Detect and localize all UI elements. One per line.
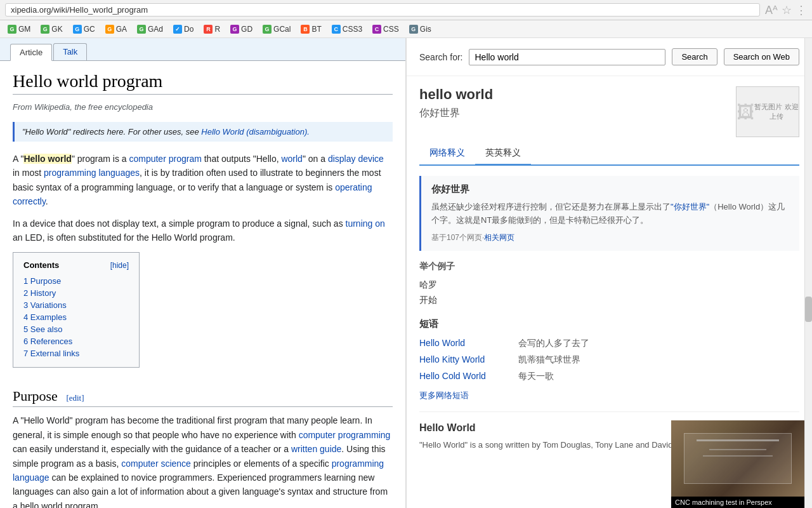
phrase-row-3: Hello Cold World 每天一歌 [419, 368, 799, 385]
link-computer-program[interactable]: computer program [129, 154, 201, 164]
more-phrases-link[interactable]: 更多网络短语 [419, 390, 799, 401]
phrase-link-hello-cold-world[interactable]: Hello Cold World [419, 371, 508, 381]
bookmark-do[interactable]: ✓ Do [171, 23, 196, 35]
phrase-row-2: Hello Kitty World 凯蒂猫气球世界 [419, 352, 799, 368]
toc-item-external[interactable]: 7 External links [23, 347, 129, 359]
toc-item-examples[interactable]: 4 Examples [23, 311, 129, 323]
example-item-2: 开始 [419, 293, 799, 308]
link-turning-on[interactable]: turning on [346, 218, 385, 229]
browser-bar: xipedia.org/wiki/Hello_world_program Aᴬ … [0, 0, 812, 20]
bookmark-css-icon: C [372, 25, 381, 34]
bookmark-gcal-icon: G [263, 25, 272, 34]
wiki-content: Hello world program From Wikipedia, the … [0, 61, 405, 508]
hello-world-highlight: Hello world [23, 154, 71, 164]
bookmark-ga-icon: G [105, 25, 114, 34]
bottom-image [671, 420, 804, 497]
image-icon: 🖼 [737, 102, 754, 123]
bottom-image-container: CNC machining test in Perspex [671, 420, 804, 508]
bookmark-css3[interactable]: C CSS3 [329, 23, 365, 35]
toc-item-seealso[interactable]: 5 See also [23, 323, 129, 335]
search-button[interactable]: Search [672, 48, 717, 65]
scrollbar-track[interactable] [804, 38, 812, 508]
bookmark-bt-icon: B [301, 25, 310, 34]
phrase-link-hello-world[interactable]: Hello World [419, 338, 508, 348]
scrollbar-thumb[interactable] [805, 297, 812, 322]
wiki-from: From Wikipedia, the free encyclopedia [13, 102, 393, 112]
bookmark-css[interactable]: C CSS [370, 23, 402, 35]
wiki-tabs: Article Talk [0, 38, 405, 61]
search-image-area: 🖼 暂无图片 欢迎上传 [726, 86, 799, 142]
link-display-device[interactable]: display device [328, 154, 384, 164]
bookmark-gd-icon: G [230, 25, 239, 34]
nihao-shijie-link[interactable]: "你好世界" [671, 202, 709, 211]
bookmark-gcal[interactable]: G GCal [260, 23, 293, 35]
bookmark-ga[interactable]: G GA [103, 23, 129, 35]
bookmark-gm-icon: G [8, 25, 16, 34]
search-panel: Search for: Search Search on Web 🖼 暂无图片 … [406, 38, 812, 508]
search-image-placeholder: 🖼 暂无图片 欢迎上传 [736, 86, 799, 137]
bookmark-gk[interactable]: G GK [38, 23, 65, 35]
phrase-row-1: Hello World 会写的人多了去了 [419, 335, 799, 352]
definition-source: 基于107个网页·相关网页 [431, 232, 789, 243]
link-world[interactable]: world [281, 154, 302, 164]
bookmark-gad-icon: G [137, 25, 146, 34]
definition-text: 虽然还缺少途径对程序进行控制，但它还是努力在屏幕上显示出了"你好世界"（Hell… [431, 201, 789, 227]
search-for-label: Search for: [419, 52, 462, 62]
bookmark-star-icon[interactable]: ☆ [782, 3, 792, 17]
toc-item-variations[interactable]: 3 Variations [23, 299, 129, 311]
bookmark-gm[interactable]: G GM [5, 23, 33, 35]
phrase-link-hello-kitty[interactable]: Hello Kitty World [419, 354, 508, 364]
related-pages-link[interactable]: 相关网页 [484, 233, 514, 242]
bookmark-gd[interactable]: G GD [228, 23, 255, 35]
bookmark-r-icon: R [204, 25, 213, 34]
page-title: Hello world program [13, 71, 393, 95]
bookmark-gc-icon: G [73, 25, 82, 34]
definition-box: 你好世界 虽然还缺少途径对程序进行控制，但它还是努力在屏幕上显示出了"你好世界"… [419, 176, 799, 251]
link-computer-programming[interactable]: computer programming [299, 430, 391, 440]
examples-title: 举个例子 [419, 261, 799, 272]
bottom-image-caption: CNC machining test in Perspex [671, 497, 804, 508]
redirect-link[interactable]: Hello World (disambiguation). [201, 127, 310, 137]
toc-item-history[interactable]: 2 History [23, 287, 129, 299]
font-size-icon[interactable]: Aᴬ [765, 3, 778, 17]
table-of-contents: Contents [hide] 1 Purpose 2 History 3 Va… [13, 252, 140, 368]
link-programming-language[interactable]: programming language [13, 458, 384, 483]
phrase-meaning-1: 会写的人多了去了 [518, 338, 589, 349]
search-tabs: 网络释义 英英释义 [419, 142, 799, 166]
link-operating-correctly[interactable]: operating correctly [13, 182, 372, 206]
toc-item-purpose[interactable]: 1 Purpose [23, 275, 129, 287]
search-input[interactable] [469, 49, 665, 65]
definition-title: 你好世界 [431, 184, 789, 196]
address-bar[interactable]: xipedia.org/wiki/Hello_world_program [5, 3, 760, 17]
bookmark-gad[interactable]: G GAd [134, 23, 166, 35]
bookmark-gk-icon: G [41, 25, 49, 34]
bookmark-bt[interactable]: B BT [298, 23, 324, 35]
search-header: Search for: Search Search on Web [407, 38, 812, 76]
search-results: 🖼 暂无图片 欢迎上传 hello world 你好世界 网络释义 英英释义 你… [407, 76, 812, 462]
phrases-title: 短语 [419, 318, 799, 330]
purpose-edit-link[interactable]: [edit] [66, 393, 84, 403]
tab-wangluo[interactable]: 网络释义 [419, 142, 475, 166]
tab-yingying[interactable]: 英英释义 [475, 142, 531, 166]
link-written-guide[interactable]: written guide [291, 444, 341, 454]
bookmark-r[interactable]: R R [201, 23, 223, 35]
bookmark-do-icon: ✓ [173, 25, 182, 34]
phrase-meaning-3: 每天一歌 [518, 371, 554, 382]
bookmark-gc[interactable]: G GC [70, 23, 98, 35]
toc-hide-button[interactable]: [hide] [110, 261, 129, 270]
bookmark-gis-icon: G [409, 25, 418, 34]
wiki-panel: Article Talk Hello world program From Wi… [0, 38, 406, 508]
tab-talk[interactable]: Talk [53, 43, 87, 60]
toc-title: Contents [hide] [23, 260, 129, 270]
menu-icon[interactable]: ⋮ [796, 3, 807, 17]
bookmark-gis[interactable]: G Gis [407, 23, 434, 35]
examples-section: 举个例子 哈罗 开始 [419, 261, 799, 308]
link-programming-languages[interactable]: programming languages [44, 168, 140, 178]
link-computer-science[interactable]: computer science [121, 458, 191, 469]
search-on-web-button[interactable]: Search on Web [724, 48, 799, 65]
tab-article[interactable]: Article [10, 44, 52, 61]
toc-item-references[interactable]: 6 References [23, 335, 129, 347]
example-item-1: 哈罗 [419, 277, 799, 293]
phrases-section: 短语 Hello World 会写的人多了去了 Hello Kitty Worl… [419, 318, 799, 401]
bookmark-css3-icon: C [332, 25, 341, 34]
